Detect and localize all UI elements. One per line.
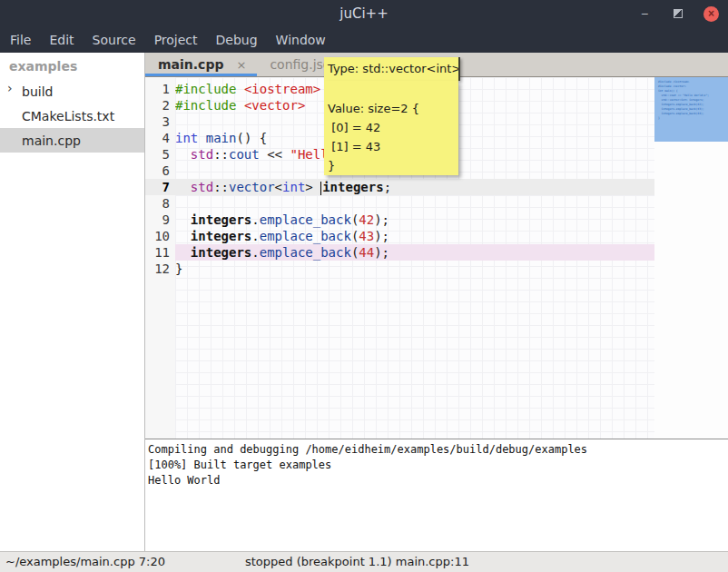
line-number: 10 (145, 228, 175, 244)
code-token: :: (213, 147, 229, 162)
code-token: vector (229, 180, 275, 194)
code-token: > (305, 180, 320, 194)
restore-button[interactable] (670, 5, 686, 22)
line-number: 11 (145, 244, 175, 261)
code-token: ); (374, 245, 389, 260)
code-line: std::vector<int> integers; (175, 179, 654, 195)
code-token (175, 180, 191, 194)
chevron-right-icon[interactable]: › (7, 81, 13, 95)
close-button[interactable]: × (703, 6, 719, 22)
status-debug-state: stopped (breakpoint 1.1) main.cpp:11 (245, 555, 469, 568)
code-token: () { (236, 131, 267, 145)
line-number: 8 (145, 195, 175, 212)
code-token: std (191, 147, 213, 162)
code-token (175, 212, 191, 227)
code-token: . (251, 229, 259, 243)
window-title: juCi++ (339, 5, 388, 22)
code-token: . (251, 245, 259, 260)
tree-item-cmakelists-txt[interactable]: CMakeLists.txt (0, 104, 144, 128)
terminal-line: Hello World (148, 473, 726, 488)
code-token: emplace_back (260, 245, 351, 260)
code-token: main (206, 131, 237, 145)
close-icon: × (708, 7, 714, 20)
code-token: #include (175, 98, 236, 113)
tab-close-icon[interactable]: × (236, 58, 246, 72)
code-token: 43 (359, 229, 374, 243)
menu-debug[interactable]: Debug (207, 27, 267, 53)
code-token (198, 131, 205, 145)
code-token (175, 245, 191, 260)
menubar: FileEditSourceProjectDebugWindow (0, 27, 728, 53)
code-token: <vector> (244, 98, 305, 113)
line-number: 6 (145, 163, 175, 179)
menu-project[interactable]: Project (145, 27, 207, 53)
code-token: integers (191, 212, 251, 227)
code-token: < (275, 180, 282, 194)
tree-item-label: CMakeLists.txt (22, 109, 114, 123)
debug-value-line: Value: size=2 { (328, 99, 458, 118)
code-token: integers (191, 245, 251, 260)
code-line: integers.emplace_back(42); (175, 212, 654, 228)
line-number: 2 (145, 97, 175, 113)
minimap-viewport[interactable] (654, 77, 728, 142)
debug-value-line: } (328, 156, 458, 175)
tree-item-build[interactable]: ›build (0, 79, 144, 104)
window-controls: − × (636, 0, 719, 27)
tree-item-label: main.cpp (22, 133, 81, 148)
line-number: 5 (145, 146, 175, 163)
code-token: emplace_back (260, 229, 351, 243)
status-file-position: ~/examples/main.cpp 7:20 (5, 555, 165, 568)
code-token: integers (322, 180, 383, 194)
debug-type-tooltip: Type: std::vector<int> (324, 57, 460, 81)
code-token: :: (213, 180, 229, 194)
line-number: 3 (145, 113, 175, 130)
code-token: ; (384, 180, 391, 194)
code-token: ); (374, 212, 389, 227)
code-token (175, 229, 191, 243)
code-token: 44 (359, 245, 374, 260)
terminal-line: Compiling and debugging /home/eidheim/ex… (148, 442, 726, 458)
code-line: } (175, 261, 654, 277)
code-line: integers.emplace_back(44); (175, 244, 654, 261)
line-number: 9 (145, 212, 175, 228)
line-number: 4 (145, 130, 175, 146)
code-token: } (175, 261, 182, 276)
code-token: cout (229, 147, 260, 162)
code-token (236, 82, 243, 96)
debug-type-text: Type: std::vector<int> (328, 62, 460, 75)
menu-file[interactable]: File (1, 27, 40, 53)
minimize-icon: − (641, 6, 648, 21)
menu-window[interactable]: Window (267, 27, 335, 53)
code-token: . (251, 212, 259, 227)
minimize-button[interactable]: − (636, 5, 653, 22)
titlebar[interactable]: juCi++ − × (0, 0, 728, 27)
line-number: 7 (145, 179, 175, 195)
menu-source[interactable]: Source (84, 27, 145, 53)
file-tree-panel: examples ›buildCMakeLists.txtmain.cpp (0, 53, 145, 551)
code-token: int (282, 180, 305, 194)
file-tree: ›buildCMakeLists.txtmain.cpp (0, 79, 144, 153)
debug-value-tooltip: Value: size=2 { [0] = 42 [1] = 43 } (324, 81, 458, 175)
code-line (175, 195, 654, 212)
code-token: 42 (359, 212, 374, 227)
code-token: #include (175, 82, 236, 96)
terminal-output[interactable]: Compiling and debugging /home/eidheim/ex… (145, 439, 728, 551)
statusbar: ~/examples/main.cpp 7:20 stopped (breakp… (0, 551, 728, 572)
debug-value-line: [0] = 42 (328, 118, 458, 137)
tab-label: main.cpp (158, 57, 223, 72)
tree-item-main-cpp[interactable]: main.cpp (0, 128, 144, 153)
code-token: integers (191, 229, 251, 243)
restore-icon (674, 9, 683, 18)
line-number: 1 (145, 81, 175, 97)
code-token (236, 98, 243, 113)
code-token: emplace_back (260, 212, 351, 227)
tab-main-cpp[interactable]: main.cpp× (145, 53, 257, 76)
app-window: juCi++ − × FileEditSourceProjectDebugWin… (0, 0, 728, 572)
menu-edit[interactable]: Edit (40, 27, 83, 53)
project-name: examples (0, 53, 144, 79)
debug-value-line: [1] = 43 (328, 137, 458, 156)
code-token (175, 147, 191, 162)
code-token: << (260, 147, 290, 162)
minimap[interactable]: #include <iostream>#include <vector>int … (654, 77, 728, 439)
code-token: std (191, 180, 213, 194)
